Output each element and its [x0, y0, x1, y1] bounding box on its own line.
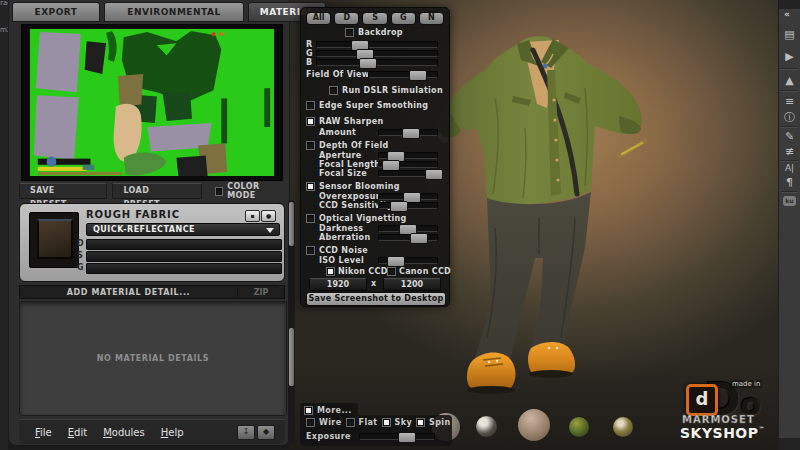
fov-label: Field Of View: [306, 70, 369, 79]
load-preset-button[interactable]: LOAD PRESET...: [112, 183, 201, 199]
ccd-sensitivity-slider[interactable]: [378, 202, 438, 209]
canon-ccd-checkbox[interactable]: [387, 267, 396, 276]
tool-presets-icon[interactable]: ≢: [779, 145, 800, 158]
dof-checkbox[interactable]: [306, 141, 315, 150]
menu-file[interactable]: File: [35, 427, 52, 438]
menu-help[interactable]: Help: [161, 427, 184, 438]
env-sphere[interactable]: [613, 417, 633, 437]
amount-slider[interactable]: [378, 129, 438, 136]
flat-label: Flat: [359, 418, 378, 427]
exposure-slider[interactable]: [359, 433, 435, 440]
darkness-label: Darkness: [319, 224, 363, 233]
collapse-panels-icon[interactable]: «: [784, 9, 790, 19]
adjustments-icon[interactable]: ≡: [779, 95, 800, 108]
raw-sharpen-checkbox[interactable]: [306, 117, 315, 126]
texture-preview-frame[interactable]: [21, 24, 283, 181]
viewport-display-options: Wire Flat Sky Spin Exposure: [300, 415, 452, 446]
channel-s-field[interactable]: [86, 251, 282, 262]
zip-button[interactable]: ZIP: [237, 288, 284, 297]
no-details-message: NO MATERIAL DETAILS: [20, 354, 286, 363]
ccd-noise-checkbox[interactable]: [306, 246, 315, 255]
layer-comps-icon[interactable]: ▤: [779, 28, 800, 41]
b-slider[interactable]: [316, 59, 438, 66]
channel-d-field[interactable]: [86, 239, 282, 250]
panel-scrollbar[interactable]: [288, 200, 295, 443]
kuler-icon[interactable]: ku: [783, 196, 796, 206]
sensor-blooming-checkbox[interactable]: [306, 182, 315, 191]
wire-checkbox[interactable]: [306, 418, 315, 427]
render-settings-panel: All D S G N Backdrop R G B Field Of View…: [300, 7, 450, 307]
channel-s-button[interactable]: S: [362, 12, 387, 25]
backdrop-checkbox[interactable]: [345, 28, 354, 37]
sky-checkbox[interactable]: [382, 418, 391, 427]
shield-icon[interactable]: ◆: [257, 425, 275, 440]
save-preset-button[interactable]: SAVE PRESET...: [19, 183, 107, 199]
spin-checkbox[interactable]: [416, 418, 425, 427]
download-icon[interactable]: ↧: [237, 425, 255, 440]
save-screenshot-button[interactable]: Save Screenshot to Desktop: [306, 292, 446, 306]
material-options-button[interactable]: ●: [261, 210, 276, 222]
channel-d-button[interactable]: D: [334, 12, 359, 25]
minimize-material-button[interactable]: ▪: [245, 210, 260, 222]
aperture-slider[interactable]: [378, 152, 438, 159]
aberration-slider[interactable]: [378, 234, 438, 241]
focal-length-slider[interactable]: [378, 161, 438, 168]
nikon-ccd-checkbox[interactable]: [326, 267, 335, 276]
channel-all-button[interactable]: All: [306, 12, 331, 25]
g-slider[interactable]: [316, 50, 438, 57]
wire-label: Wire: [319, 418, 342, 427]
menubar: File Edit Modules Help ↧ ◆: [19, 419, 285, 444]
channel-n-button[interactable]: N: [419, 12, 444, 25]
env-sphere[interactable]: [518, 409, 550, 441]
brush-icon[interactable]: ✎: [779, 130, 800, 143]
flat-checkbox[interactable]: [346, 418, 355, 427]
light-glint: [618, 138, 648, 158]
dock-header: [779, 0, 800, 9]
scrollbar-handle[interactable]: [289, 328, 294, 386]
more-checkbox[interactable]: [304, 406, 313, 415]
tab-environmental[interactable]: ENVIRONMENTAL: [104, 2, 244, 22]
dock-divider: [781, 191, 798, 193]
edge-smoothing-checkbox[interactable]: [306, 101, 315, 110]
reflectance-dropdown-value: QUICK-REFLECTANCE: [93, 225, 195, 234]
scrollbar-handle[interactable]: [289, 202, 294, 246]
vignetting-checkbox[interactable]: [306, 214, 315, 223]
add-material-detail-button[interactable]: ADD MATERIAL DETAIL...: [20, 288, 237, 297]
info-icon[interactable]: ⓘ: [779, 110, 800, 125]
b-label: B: [306, 58, 312, 67]
r-slider[interactable]: [316, 41, 438, 48]
env-sphere[interactable]: [476, 416, 497, 437]
dof-label: Depth Of Field: [319, 141, 388, 150]
focal-size-slider[interactable]: [378, 170, 438, 177]
skyshop-wordmark: SKYSHOP™: [680, 425, 765, 441]
focal-length-label: Focal Length: [319, 160, 380, 169]
menu-edit[interactable]: Edit: [68, 427, 87, 438]
play-icon[interactable]: ▶: [779, 50, 800, 63]
channel-g-label: G: [77, 263, 84, 272]
aberration-label: Aberration: [319, 233, 370, 242]
resolution-height-field[interactable]: 1200: [383, 278, 441, 291]
type-icon[interactable]: A|: [779, 163, 800, 173]
histogram-icon[interactable]: ▲: [779, 74, 800, 87]
material-thumbnail[interactable]: [29, 212, 79, 268]
channel-g-field[interactable]: [86, 263, 282, 274]
tab-export[interactable]: EXPORT: [12, 2, 100, 22]
paragraph-icon[interactable]: ¶: [779, 176, 800, 189]
darkness-slider[interactable]: [378, 225, 438, 232]
overexposure-slider[interactable]: [378, 193, 438, 200]
color-mode-checkbox[interactable]: [215, 187, 223, 196]
exposure-label: Exposure: [306, 432, 351, 441]
iso-slider[interactable]: [378, 257, 438, 264]
menu-modules[interactable]: Modules: [103, 427, 145, 438]
vignetting-label: Optical Vignetting: [319, 214, 407, 223]
material-card: ROUGH FABRIC ▪ ● QUICK-REFLECTANCE D S G: [19, 203, 285, 282]
overexposure-label: Overexposure: [319, 192, 386, 201]
fov-slider[interactable]: [368, 71, 438, 78]
color-mode-label: COLOR MODE: [227, 182, 285, 200]
reflectance-dropdown[interactable]: QUICK-REFLECTANCE: [86, 223, 280, 236]
sensor-blooming-label: Sensor Blooming: [319, 182, 400, 191]
dslr-checkbox[interactable]: [329, 86, 338, 95]
resolution-width-field[interactable]: 1920: [309, 278, 367, 291]
channel-g-button[interactable]: G: [391, 12, 416, 25]
env-sphere[interactable]: [569, 417, 589, 437]
